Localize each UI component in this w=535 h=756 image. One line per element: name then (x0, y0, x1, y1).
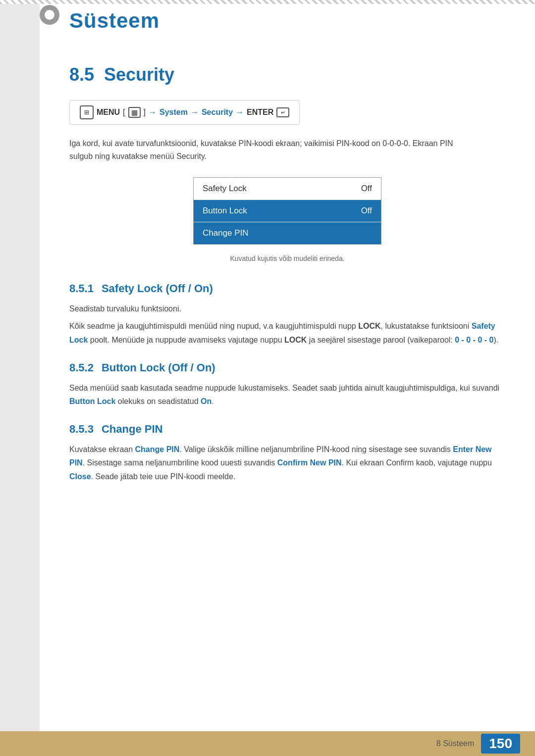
section-description: Iga kord, kui avate turvafunktsioonid, k… (69, 137, 466, 162)
subsection-853-number: 8.5.3 (69, 423, 94, 436)
subsection-851-text-1: Seadistab turvaluku funktsiooni. (69, 302, 505, 315)
safety-lock-label: Safety Lock (203, 184, 247, 194)
grid-icon: ▦ (128, 107, 141, 118)
menu-path-box: ⊞ MENU [ ▦ ] → System → Security → ENTER… (69, 100, 300, 125)
button-lock-label: Button Lock (203, 206, 247, 216)
page-footer: 8 Süsteem 150 (0, 731, 535, 756)
subsection-852-number: 8.5.2 (69, 361, 94, 374)
subsection-852-text-1: Seda menüüd saab kasutada seadme nuppude… (69, 381, 505, 408)
subsection-851-number: 8.5.1 (69, 282, 94, 295)
menu-remote-icon: ⊞ (80, 105, 94, 119)
safety-lock-value: Off (361, 184, 372, 194)
menu-row-button-lock: Button Lock Off (194, 200, 381, 222)
page-icon (40, 5, 59, 25)
subsection-852-heading: 8.5.2 Button Lock (Off / On) (69, 361, 505, 374)
enter-label: ENTER (247, 108, 273, 117)
left-sidebar-bar (0, 0, 40, 756)
subsection-853-title: Change PIN (102, 423, 162, 436)
subsection-853-text-1: Kuvatakse ekraan Change PIN. Valige üksk… (69, 443, 505, 483)
system-label: System (160, 108, 188, 117)
subsection-853-heading: 8.5.3 Change PIN (69, 423, 505, 436)
subsection-851-text-2: Kõik seadme ja kaugjuhtimispuldi menüüd … (69, 319, 505, 346)
section-title: Security (104, 64, 174, 85)
arrow-1: → (149, 108, 157, 117)
subsection-851-title: Safety Lock (Off / On) (102, 282, 213, 295)
button-lock-value: Off (361, 206, 372, 216)
menu-screenshot: Safety Lock Off Button Lock Off Change P… (193, 177, 381, 245)
menu-caption: Kuvatud kujutis võib mudeliti erineda. (69, 254, 505, 262)
bracket-close: ] (144, 108, 146, 117)
section-heading: 8.5 Security (69, 64, 505, 85)
footer-page-number: 150 (481, 734, 520, 754)
section-number: 8.5 (69, 64, 94, 85)
change-pin-label: Change PIN (203, 228, 249, 238)
subsection-852-title: Button Lock (Off / On) (102, 361, 215, 374)
menu-row-change-pin: Change PIN (194, 222, 381, 244)
menu-row-safety-lock: Safety Lock Off (194, 178, 381, 200)
enter-icon: ↵ (276, 107, 289, 117)
main-title: Süsteem (69, 9, 160, 33)
bracket-open: [ (123, 108, 125, 117)
arrow-2: → (191, 108, 199, 117)
arrow-3: → (236, 108, 244, 117)
page-icon-inner (45, 10, 54, 20)
subsection-851-heading: 8.5.1 Safety Lock (Off / On) (69, 282, 505, 295)
footer-text: 8 Süsteem (436, 739, 474, 748)
menu-label: MENU (97, 108, 120, 117)
content-area: 8.5 Security ⊞ MENU [ ▦ ] → System → Sec… (40, 50, 535, 527)
top-decorative-stripe (0, 0, 535, 4)
security-label: Security (202, 108, 233, 117)
